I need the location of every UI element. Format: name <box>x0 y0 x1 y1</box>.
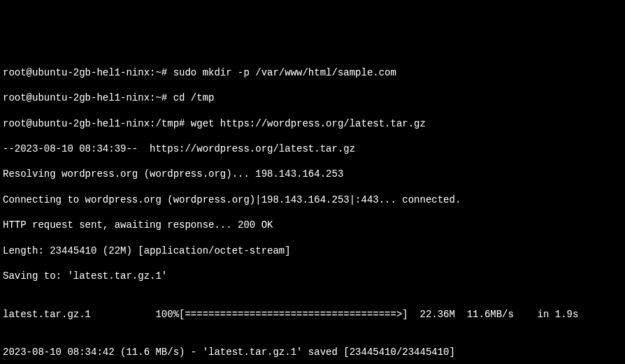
terminal-line: latest.tar.gz.1 100%[===================… <box>3 308 622 321</box>
terminal-line: root@ubuntu-2gb-hel1-ninx:/tmp# wget htt… <box>3 117 622 130</box>
terminal-line: HTTP request sent, awaiting response... … <box>3 219 622 231</box>
terminal-line: 2023-08-10 08:34:42 (11.6 MB/s) - 'lates… <box>3 346 622 358</box>
terminal-line: Length: 23445410 (22M) [application/octe… <box>3 245 622 257</box>
terminal-line: Connecting to wordpress.org (wordpress.o… <box>3 194 622 206</box>
terminal-line: Resolving wordpress.org (wordpress.org).… <box>3 168 622 180</box>
terminal-line: root@ubuntu-2gb-hel1-ninx:~# sudo mkdir … <box>3 66 622 79</box>
terminal-output: root@ubuntu-2gb-hel1-ninx:~# sudo mkdir … <box>3 54 622 364</box>
terminal-line: Saving to: 'latest.tar.gz.1' <box>3 270 622 282</box>
terminal-line: root@ubuntu-2gb-hel1-ninx:~# cd /tmp <box>3 92 622 104</box>
terminal-line: --2023-08-10 08:34:39-- https://wordpres… <box>3 143 622 155</box>
